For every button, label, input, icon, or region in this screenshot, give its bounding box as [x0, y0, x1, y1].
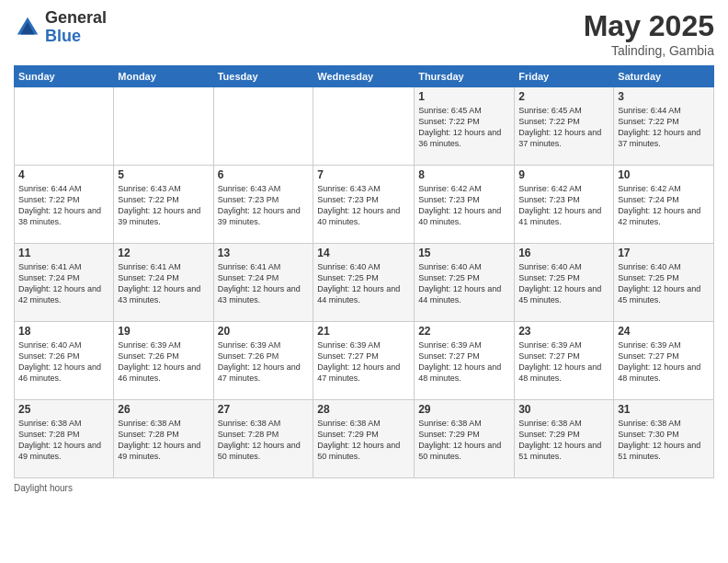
cell-info: Sunrise: 6:41 AMSunset: 7:24 PMDaylight:… — [18, 261, 109, 306]
calendar-cell: 2Sunrise: 6:45 AMSunset: 7:22 PMDaylight… — [515, 87, 614, 166]
header: General Blue May 2025 Talinding, Gambia — [14, 9, 714, 58]
calendar-day-header: Friday — [515, 66, 614, 87]
calendar-cell — [114, 87, 213, 166]
title-month: May 2025 — [584, 9, 714, 43]
cell-info: Sunrise: 6:45 AMSunset: 7:22 PMDaylight:… — [518, 105, 609, 150]
daylight-label: Daylight hours — [14, 483, 73, 493]
logo-text: General Blue — [45, 9, 107, 46]
calendar-cell: 13Sunrise: 6:41 AMSunset: 7:24 PMDayligh… — [213, 244, 313, 322]
cell-info: Sunrise: 6:39 AMSunset: 7:27 PMDaylight:… — [618, 339, 710, 385]
calendar-week-row: 25Sunrise: 6:38 AMSunset: 7:28 PMDayligh… — [15, 400, 714, 478]
cell-date-number: 23 — [518, 325, 609, 338]
cell-info: Sunrise: 6:38 AMSunset: 7:29 PMDaylight:… — [518, 418, 609, 463]
calendar-cell: 14Sunrise: 6:40 AMSunset: 7:25 PMDayligh… — [313, 244, 415, 322]
calendar-cell: 17Sunrise: 6:40 AMSunset: 7:25 PMDayligh… — [614, 244, 714, 322]
footer-note: Daylight hours — [14, 483, 714, 493]
cell-date-number: 2 — [518, 90, 609, 103]
calendar-day-header: Saturday — [614, 66, 714, 87]
cell-info: Sunrise: 6:38 AMSunset: 7:28 PMDaylight:… — [218, 418, 310, 463]
title-block: May 2025 Talinding, Gambia — [584, 9, 714, 58]
cell-date-number: 15 — [418, 247, 510, 259]
cell-info: Sunrise: 6:44 AMSunset: 7:22 PMDaylight:… — [618, 105, 710, 150]
cell-info: Sunrise: 6:44 AMSunset: 7:22 PMDaylight:… — [18, 183, 109, 228]
cell-date-number: 8 — [418, 168, 510, 181]
calendar-cell: 18Sunrise: 6:40 AMSunset: 7:26 PMDayligh… — [15, 322, 114, 400]
calendar-week-row: 18Sunrise: 6:40 AMSunset: 7:26 PMDayligh… — [15, 322, 714, 400]
calendar-cell: 21Sunrise: 6:39 AMSunset: 7:27 PMDayligh… — [313, 322, 415, 400]
cell-date-number: 21 — [317, 325, 410, 338]
cell-info: Sunrise: 6:39 AMSunset: 7:27 PMDaylight:… — [317, 339, 410, 385]
cell-date-number: 19 — [118, 325, 209, 338]
cell-info: Sunrise: 6:42 AMSunset: 7:24 PMDaylight:… — [618, 183, 710, 228]
calendar-week-row: 11Sunrise: 6:41 AMSunset: 7:24 PMDayligh… — [15, 244, 714, 322]
calendar-week-row: 1Sunrise: 6:45 AMSunset: 7:22 PMDaylight… — [15, 87, 714, 166]
cell-date-number: 18 — [18, 325, 109, 338]
cell-info: Sunrise: 6:38 AMSunset: 7:28 PMDaylight:… — [118, 418, 209, 463]
calendar-cell: 3Sunrise: 6:44 AMSunset: 7:22 PMDaylight… — [614, 87, 714, 166]
calendar-cell: 24Sunrise: 6:39 AMSunset: 7:27 PMDayligh… — [614, 322, 714, 400]
cell-info: Sunrise: 6:38 AMSunset: 7:29 PMDaylight:… — [317, 418, 410, 463]
calendar-day-header: Wednesday — [313, 66, 415, 87]
cell-info: Sunrise: 6:38 AMSunset: 7:29 PMDaylight:… — [418, 418, 510, 463]
calendar-day-header: Thursday — [415, 66, 515, 87]
calendar-cell: 16Sunrise: 6:40 AMSunset: 7:25 PMDayligh… — [515, 244, 614, 322]
calendar-cell: 9Sunrise: 6:42 AMSunset: 7:23 PMDaylight… — [515, 166, 614, 244]
calendar-cell: 19Sunrise: 6:39 AMSunset: 7:26 PMDayligh… — [114, 322, 213, 400]
calendar-week-row: 4Sunrise: 6:44 AMSunset: 7:22 PMDaylight… — [15, 166, 714, 244]
cell-date-number: 26 — [118, 403, 209, 416]
cell-date-number: 14 — [317, 247, 410, 259]
calendar-cell: 26Sunrise: 6:38 AMSunset: 7:28 PMDayligh… — [114, 400, 213, 478]
cell-date-number: 29 — [418, 403, 510, 416]
cell-info: Sunrise: 6:39 AMSunset: 7:26 PMDaylight:… — [118, 339, 209, 385]
cell-info: Sunrise: 6:38 AMSunset: 7:30 PMDaylight:… — [618, 418, 710, 463]
cell-info: Sunrise: 6:40 AMSunset: 7:25 PMDaylight:… — [518, 261, 609, 306]
cell-date-number: 10 — [618, 168, 710, 181]
calendar-cell: 1Sunrise: 6:45 AMSunset: 7:22 PMDaylight… — [415, 87, 515, 166]
cell-info: Sunrise: 6:39 AMSunset: 7:27 PMDaylight:… — [518, 339, 609, 385]
calendar-cell: 20Sunrise: 6:39 AMSunset: 7:26 PMDayligh… — [213, 322, 313, 400]
cell-date-number: 24 — [618, 325, 710, 338]
cell-date-number: 25 — [18, 403, 109, 416]
page: General Blue May 2025 Talinding, Gambia … — [0, 0, 728, 563]
cell-date-number: 20 — [218, 325, 310, 338]
calendar-cell — [313, 87, 415, 166]
calendar-cell: 28Sunrise: 6:38 AMSunset: 7:29 PMDayligh… — [313, 400, 415, 478]
calendar-day-header: Monday — [114, 66, 213, 87]
cell-date-number: 30 — [518, 403, 609, 416]
calendar-cell: 5Sunrise: 6:43 AMSunset: 7:22 PMDaylight… — [114, 166, 213, 244]
logo-blue: Blue — [45, 28, 107, 46]
calendar-cell: 10Sunrise: 6:42 AMSunset: 7:24 PMDayligh… — [614, 166, 714, 244]
cell-date-number: 11 — [18, 247, 109, 259]
calendar-cell: 25Sunrise: 6:38 AMSunset: 7:28 PMDayligh… — [15, 400, 114, 478]
cell-date-number: 9 — [518, 168, 609, 181]
logo-icon — [14, 14, 41, 41]
calendar-cell: 27Sunrise: 6:38 AMSunset: 7:28 PMDayligh… — [213, 400, 313, 478]
cell-date-number: 27 — [218, 403, 310, 416]
cell-date-number: 12 — [118, 247, 209, 259]
calendar-cell: 12Sunrise: 6:41 AMSunset: 7:24 PMDayligh… — [114, 244, 213, 322]
calendar-cell: 31Sunrise: 6:38 AMSunset: 7:30 PMDayligh… — [614, 400, 714, 478]
cell-info: Sunrise: 6:45 AMSunset: 7:22 PMDaylight:… — [418, 105, 510, 150]
cell-info: Sunrise: 6:40 AMSunset: 7:26 PMDaylight:… — [18, 339, 109, 385]
calendar-table: SundayMondayTuesdayWednesdayThursdayFrid… — [14, 65, 714, 478]
calendar-cell — [15, 87, 114, 166]
calendar-cell: 30Sunrise: 6:38 AMSunset: 7:29 PMDayligh… — [515, 400, 614, 478]
cell-date-number: 16 — [518, 247, 609, 259]
logo: General Blue — [14, 9, 107, 46]
cell-info: Sunrise: 6:39 AMSunset: 7:27 PMDaylight:… — [418, 339, 510, 385]
cell-date-number: 13 — [218, 247, 310, 259]
calendar-cell: 8Sunrise: 6:42 AMSunset: 7:23 PMDaylight… — [415, 166, 515, 244]
calendar-day-header: Sunday — [15, 66, 114, 87]
cell-date-number: 7 — [317, 168, 410, 181]
cell-info: Sunrise: 6:40 AMSunset: 7:25 PMDaylight:… — [618, 261, 710, 306]
cell-info: Sunrise: 6:39 AMSunset: 7:26 PMDaylight:… — [218, 339, 310, 385]
calendar-cell: 23Sunrise: 6:39 AMSunset: 7:27 PMDayligh… — [515, 322, 614, 400]
cell-date-number: 1 — [418, 90, 510, 103]
cell-info: Sunrise: 6:38 AMSunset: 7:28 PMDaylight:… — [18, 418, 109, 463]
cell-info: Sunrise: 6:42 AMSunset: 7:23 PMDaylight:… — [518, 183, 609, 228]
logo-general: General — [45, 9, 107, 28]
cell-info: Sunrise: 6:40 AMSunset: 7:25 PMDaylight:… — [418, 261, 510, 306]
calendar-cell — [213, 87, 313, 166]
cell-date-number: 4 — [18, 168, 109, 181]
cell-date-number: 17 — [618, 247, 710, 259]
